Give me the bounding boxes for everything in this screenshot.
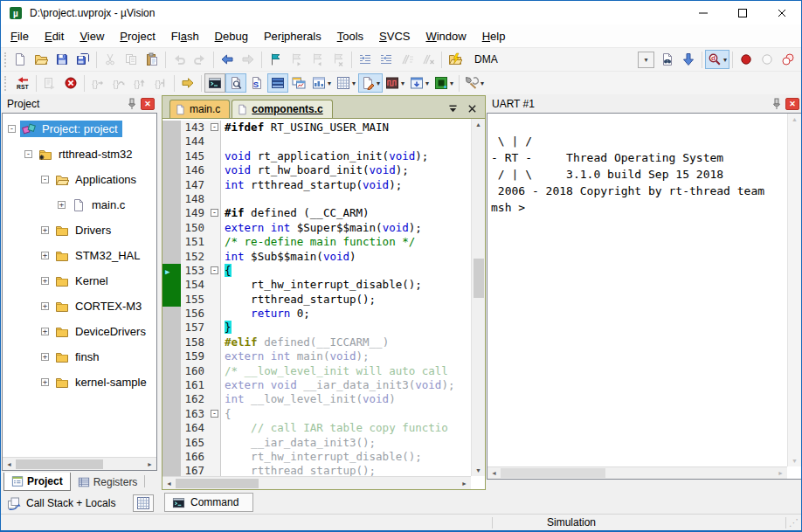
command-tab[interactable]: Command bbox=[164, 493, 253, 512]
tree-item-body[interactable]: kernel-sample bbox=[53, 374, 151, 390]
breakpoint-margin[interactable] bbox=[162, 407, 181, 421]
tree-item-body[interactable]: CORTEX-M3 bbox=[53, 298, 146, 314]
tree-item-body[interactable]: Kernel bbox=[53, 273, 113, 289]
tree-item-rtthread-stm32[interactable]: -rtthread-stm32 bbox=[3, 142, 156, 167]
menu-peripherals[interactable]: Peripherals bbox=[256, 26, 329, 46]
breakpoint-margin[interactable] bbox=[162, 436, 181, 450]
project-tree[interactable]: -Project: project-rtthread-stm32-Applica… bbox=[3, 114, 156, 457]
breakpoint-margin[interactable] bbox=[162, 335, 181, 349]
menu-edit[interactable]: Edit bbox=[37, 26, 72, 46]
panel-tab-registers[interactable]: Registers bbox=[71, 473, 145, 491]
menu-tools[interactable]: Tools bbox=[329, 26, 371, 46]
breakpoint-margin[interactable] bbox=[162, 421, 181, 435]
maximize-button[interactable] bbox=[722, 1, 762, 24]
code-editor[interactable]: 143-#ifdef RT_USING_USER_MAIN144145void … bbox=[162, 119, 471, 489]
breakpoint-margin[interactable] bbox=[162, 206, 181, 220]
scroll-down-icon[interactable]: ▼ bbox=[472, 467, 485, 473]
expand-icon[interactable]: + bbox=[41, 252, 49, 259]
insert-breakpoint-button[interactable] bbox=[736, 50, 757, 69]
callstack-tab[interactable]: Call Stack + Locals bbox=[26, 497, 115, 509]
project-close-button[interactable]: ✕ bbox=[141, 98, 155, 110]
logic-analyzer-button[interactable]: ▾ bbox=[383, 73, 407, 93]
scroll-right-icon[interactable]: ► bbox=[143, 461, 156, 467]
tools-menu-button[interactable]: ▾ bbox=[462, 73, 487, 93]
unindent-button[interactable] bbox=[376, 50, 397, 69]
next-bookmark-button[interactable] bbox=[286, 50, 307, 69]
trace-windows-button[interactable]: ▾ bbox=[309, 73, 334, 93]
close-button[interactable] bbox=[762, 1, 801, 24]
breakpoint-margin[interactable] bbox=[162, 149, 181, 163]
menu-window[interactable]: Window bbox=[418, 26, 474, 46]
scroll-right-icon[interactable]: ► bbox=[458, 480, 471, 487]
paste-button[interactable] bbox=[142, 50, 162, 69]
breakpoint-margin[interactable] bbox=[162, 321, 181, 335]
breakpoint-margin[interactable] bbox=[162, 378, 181, 392]
clear-bookmarks-button[interactable] bbox=[328, 50, 349, 69]
menu-view[interactable]: View bbox=[72, 26, 112, 46]
breakpoint-margin[interactable] bbox=[162, 364, 181, 378]
tree-item-body[interactable]: Project: project bbox=[20, 121, 122, 137]
menu-help[interactable]: Help bbox=[474, 26, 514, 46]
uart-hscrollbar[interactable]: ◄ ► bbox=[487, 466, 787, 479]
reset-button[interactable]: RST bbox=[12, 73, 33, 93]
toolbar-grip[interactable] bbox=[4, 52, 6, 67]
scroll-down-icon[interactable]: ▼ bbox=[788, 458, 801, 464]
indent-button[interactable] bbox=[355, 50, 376, 69]
breakpoint-margin[interactable] bbox=[162, 450, 181, 464]
show-next-statement-button[interactable] bbox=[177, 73, 198, 93]
expand-icon[interactable]: + bbox=[58, 201, 66, 209]
uncomment-button[interactable] bbox=[418, 50, 439, 69]
current-statement-margin[interactable]: ▶ bbox=[162, 264, 181, 278]
breakpoint-margin[interactable] bbox=[162, 178, 181, 192]
run-button[interactable] bbox=[39, 73, 60, 93]
breakpoint-margin[interactable] bbox=[162, 121, 181, 135]
tree-item-body[interactable]: main.c bbox=[70, 197, 129, 213]
tree-item-applications[interactable]: -Applications bbox=[3, 167, 156, 192]
breakpoint-margin[interactable] bbox=[162, 349, 181, 363]
undo-button[interactable] bbox=[169, 50, 190, 69]
open-folder-button[interactable] bbox=[31, 50, 52, 69]
editor-tab-main-c[interactable]: main.c bbox=[169, 100, 230, 118]
search-in-files-button[interactable] bbox=[657, 50, 678, 69]
fold-collapse-icon[interactable]: - bbox=[211, 266, 218, 274]
toolbox-button[interactable]: ▾ bbox=[432, 73, 456, 93]
tree-item-finsh[interactable]: +finsh bbox=[3, 344, 156, 370]
scroll-left-icon[interactable]: ◄ bbox=[3, 461, 16, 467]
menu-file[interactable]: File bbox=[3, 26, 37, 46]
step-button[interactable]: {} bbox=[87, 73, 108, 93]
tree-item-body[interactable]: finsh bbox=[53, 349, 103, 365]
stop-button[interactable] bbox=[60, 73, 81, 93]
resize-grip[interactable]: ⋰ bbox=[786, 517, 801, 529]
uart-output[interactable]: \ | / - RT - Thread Operating System / |… bbox=[487, 114, 787, 466]
window-list-icon[interactable] bbox=[447, 103, 459, 114]
menu-flash[interactable]: Flash bbox=[163, 26, 207, 46]
kill-all-breakpoints-button[interactable] bbox=[799, 50, 802, 69]
command-window-button[interactable] bbox=[204, 73, 225, 93]
tree-item-body[interactable]: Applications bbox=[53, 171, 141, 188]
scroll-left-icon[interactable]: ◄ bbox=[487, 470, 501, 476]
scroll-right-icon[interactable]: ► bbox=[774, 470, 787, 476]
incremental-find-button[interactable] bbox=[678, 50, 699, 69]
uart-close-button[interactable]: ✕ bbox=[785, 98, 799, 110]
breakpoint-margin[interactable] bbox=[162, 392, 181, 406]
expand-icon[interactable]: + bbox=[41, 353, 49, 361]
tree-item-stm32-hal[interactable]: +STM32_HAL bbox=[3, 243, 156, 268]
scroll-thumb[interactable] bbox=[16, 459, 103, 469]
collapse-icon[interactable]: - bbox=[24, 150, 32, 158]
tree-item-body[interactable]: Drivers bbox=[53, 222, 115, 238]
breakpoint-margin[interactable] bbox=[162, 192, 181, 206]
breakpoint-margin[interactable] bbox=[162, 250, 181, 264]
tree-item-cortex-m3[interactable]: +CORTEX-M3 bbox=[3, 294, 156, 319]
disassembly-window-button[interactable] bbox=[225, 73, 246, 93]
save-all-button[interactable] bbox=[73, 50, 93, 69]
tree-item-body[interactable]: DeviceDrivers bbox=[53, 323, 150, 340]
current-statement-margin[interactable] bbox=[162, 278, 181, 292]
serial-windows-button[interactable] bbox=[267, 73, 288, 93]
expand-icon[interactable]: + bbox=[41, 226, 49, 234]
watch-windows-button[interactable]: ▾ bbox=[358, 73, 383, 93]
tree-item-body[interactable]: rtthread-stm32 bbox=[37, 146, 137, 162]
analysis-windows-button[interactable] bbox=[288, 73, 309, 93]
expand-icon[interactable]: + bbox=[41, 277, 49, 285]
panel-tab-project[interactable]: Project bbox=[3, 473, 71, 491]
insert-bookmark-button[interactable] bbox=[265, 50, 286, 69]
